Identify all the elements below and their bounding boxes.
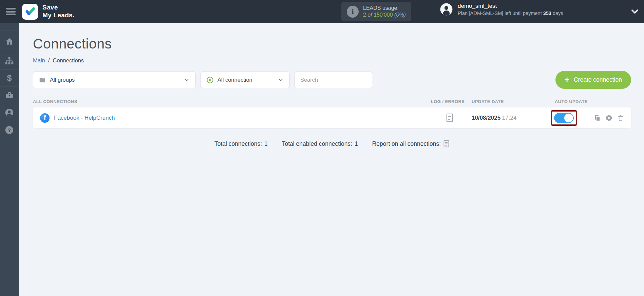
total-connections: Total connections: 1 <box>214 140 268 147</box>
breadcrumb: Main / Connections <box>33 57 631 64</box>
leads-usage-badge[interactable]: i LEADS usage: 2 of 150'000 (0%) <box>341 2 411 21</box>
chevron-down-icon <box>278 77 284 83</box>
auto-update-cell <box>555 110 594 126</box>
sidebar-item-services[interactable] <box>0 87 19 104</box>
update-date-cell: 10/08/2025 17:24 <box>468 115 555 121</box>
leads-usage-values: 2 of 150'000 (0%) <box>363 12 406 18</box>
avatar <box>440 3 453 16</box>
connection-filter-value: All connection <box>217 77 252 83</box>
table-row: f Facebook - HelpCrunch 10/08/2025 17:24 <box>33 107 631 128</box>
user-info: demo_sml_test Plan |ADM-SML-SM| left unt… <box>458 3 563 16</box>
row-actions-cell <box>594 114 631 122</box>
col-header-connections: ALL CONNECTIONS <box>33 99 431 104</box>
report-all-connections: Report on all connections: <box>372 140 450 147</box>
connection-name-cell: f Facebook - HelpCrunch <box>33 113 431 123</box>
main-content: Connections Main / Connections All group… <box>19 23 644 296</box>
copy-icon[interactable] <box>594 114 601 122</box>
highlight-annotation-box <box>551 110 577 126</box>
breadcrumb-separator: / <box>48 57 50 64</box>
log-document-icon[interactable] <box>446 113 454 122</box>
connection-filter-dropdown[interactable]: All connection <box>201 72 290 88</box>
sidebar-item-home[interactable] <box>0 31 19 52</box>
total-enabled-value: 1 <box>355 140 358 147</box>
checkmark-logo-icon <box>24 6 36 17</box>
sidebar-item-payments[interactable]: $ <box>0 70 19 87</box>
leads-of: of <box>367 12 372 18</box>
auto-update-toggle[interactable] <box>554 113 574 123</box>
folder-icon <box>39 76 46 84</box>
user-menu[interactable]: demo_sml_test Plan |ADM-SML-SM| left unt… <box>440 3 563 16</box>
brand-line1: Save <box>42 4 75 12</box>
play-circle-icon <box>206 76 214 84</box>
groups-filter-value: All groups <box>50 77 75 83</box>
sidebar-item-help[interactable]: ? <box>0 121 19 139</box>
header-chevron-down-icon[interactable] <box>631 9 639 16</box>
total-enabled-connections: Total enabled connections: 1 <box>282 140 358 147</box>
plus-icon: + <box>565 76 569 84</box>
report-document-icon[interactable] <box>443 140 450 147</box>
col-header-auto-update: AUTO UPDATE <box>555 99 594 104</box>
report-label: Report on all connections: <box>372 140 441 147</box>
total-connections-value: 1 <box>264 140 268 147</box>
breadcrumb-current: Connections <box>53 57 84 64</box>
table-header-row: ALL CONNECTIONS LOG / ERRORS UPDATE DATE… <box>33 99 631 104</box>
sitemap-icon <box>5 56 14 65</box>
brand-line2: My Leads. <box>42 12 75 19</box>
connection-name-link[interactable]: Facebook - HelpCrunch <box>54 115 115 121</box>
groups-filter-dropdown[interactable]: All groups <box>33 72 196 88</box>
leads-usage-label: LEADS usage: <box>363 5 406 11</box>
plan-text: Plan |ADM-SML-SM| left until payment <box>458 11 542 16</box>
create-connection-button[interactable]: + Create connection <box>555 71 631 89</box>
sidebar-nav: $ ? <box>0 23 19 296</box>
update-time: 17:24 <box>502 115 517 121</box>
total-connections-label: Total connections: <box>214 140 262 147</box>
create-connection-label: Create connection <box>574 76 622 83</box>
settings-gear-icon[interactable] <box>605 114 612 122</box>
col-header-update-date: UPDATE DATE <box>468 99 555 104</box>
hamburger-menu-icon[interactable] <box>5 7 17 16</box>
dollar-icon: $ <box>7 73 12 83</box>
col-header-log-errors: LOG / ERRORS <box>431 99 468 104</box>
leads-total: 150'000 <box>374 12 393 18</box>
filters-row: All groups All connection + Create conne… <box>33 71 631 89</box>
summary-row: Total connections: 1 Total enabled conne… <box>33 140 631 147</box>
delete-trash-icon[interactable] <box>617 114 624 122</box>
breadcrumb-main-link[interactable]: Main <box>33 57 45 64</box>
total-enabled-label: Total enabled connections: <box>282 140 352 147</box>
svg-text:?: ? <box>8 127 11 133</box>
days-left-value: 353 <box>543 11 551 16</box>
chevron-down-icon <box>184 77 190 83</box>
home-icon <box>5 37 14 46</box>
briefcase-icon <box>5 91 14 100</box>
top-header: Save My Leads. i LEADS usage: 2 of 150'0… <box>0 0 644 23</box>
sidebar-item-profile[interactable] <box>0 104 19 121</box>
help-icon: ? <box>5 125 14 135</box>
user-plan: Plan |ADM-SML-SM| left until payment 353… <box>458 11 563 16</box>
brand-logo[interactable] <box>22 4 38 20</box>
search-box <box>295 72 372 88</box>
log-errors-cell <box>431 113 468 122</box>
toggle-knob <box>564 114 573 122</box>
leads-usage-text: LEADS usage: 2 of 150'000 (0%) <box>363 5 406 18</box>
facebook-icon: f <box>40 113 50 123</box>
user-name: demo_sml_test <box>458 3 563 9</box>
info-icon: i <box>347 6 359 18</box>
days-label: days <box>553 11 563 16</box>
update-date: 10/08/2025 <box>472 115 500 121</box>
leads-used: 2 <box>363 12 366 18</box>
brand-name: Save My Leads. <box>42 4 75 19</box>
page-title: Connections <box>33 36 631 52</box>
search-input[interactable] <box>295 72 372 88</box>
sidebar-item-connections[interactable] <box>0 52 19 70</box>
profile-icon <box>5 108 14 117</box>
leads-percent: (0%) <box>394 12 406 18</box>
